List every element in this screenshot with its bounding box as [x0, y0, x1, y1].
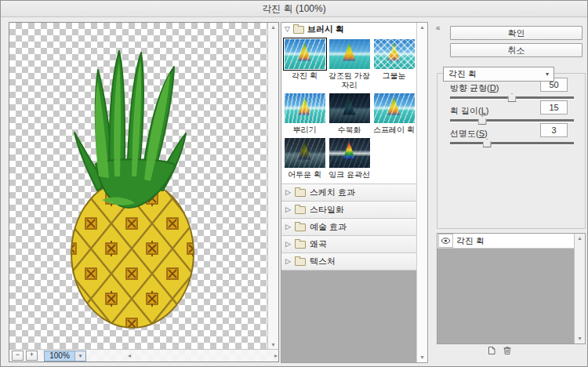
- category-sketch[interactable]: ▷ 스케치 효과: [281, 184, 417, 202]
- zoom-in-button[interactable]: +: [26, 351, 38, 361]
- filter-group-header[interactable]: ▽ 브러시 획: [281, 23, 417, 36]
- filter-label: 각진 획: [292, 71, 318, 81]
- filter-thumbnail[interactable]: [285, 93, 325, 123]
- effect-layers-panel: 각진 획 ▴ ▾: [437, 233, 586, 344]
- filter-thumbnail[interactable]: [329, 39, 370, 69]
- category-label: 왜곡: [310, 238, 327, 250]
- stroke-length-value[interactable]: 15: [540, 100, 568, 114]
- category-stylize[interactable]: ▷ 스타일화: [281, 202, 417, 219]
- filter-gallery-dialog: 각진 획 (100%): [0, 0, 588, 367]
- filter-thumbnail[interactable]: [374, 93, 415, 123]
- zoom-level-value: 100%: [45, 351, 74, 360]
- effect-layer-label: 각진 획: [456, 235, 485, 247]
- filter-gallery-list: ▽ 브러시 획 각진 획 강조된 가장자리 그물눈: [281, 22, 428, 363]
- folder-icon: [295, 258, 306, 266]
- cancel-button-label: 취소: [508, 45, 525, 56]
- pineapple-image: [9, 23, 278, 362]
- filter-label: 강조된 가장자리: [328, 71, 372, 90]
- cancel-button[interactable]: 취소: [450, 43, 583, 57]
- filter-label: 그물눈: [383, 71, 406, 81]
- filter-thumbnail[interactable]: [329, 138, 370, 168]
- preview-vertical-scrollbar[interactable]: ▴ ▾: [267, 23, 278, 350]
- filter-item-sprayed-strokes[interactable]: 스프레이 획: [372, 92, 416, 135]
- slider-label: 획 길이(L): [450, 106, 489, 115]
- new-effect-layer-icon[interactable]: [487, 346, 496, 355]
- filter-item-crosshatch[interactable]: 그물눈: [372, 38, 416, 90]
- category-distort[interactable]: ▷ 왜곡: [281, 236, 417, 253]
- category-texture[interactable]: ▷ 텍스처: [281, 253, 417, 271]
- scroll-down-icon[interactable]: ▾: [577, 334, 582, 343]
- filter-item-angled-strokes[interactable]: 각진 획: [282, 38, 327, 90]
- expand-triangle-icon[interactable]: ▷: [285, 206, 291, 213]
- filter-item-accented-edges[interactable]: 강조된 가장자리: [327, 38, 372, 90]
- filter-label: 스프레이 획: [373, 125, 415, 135]
- chevron-down-icon: ▾: [541, 71, 554, 78]
- expand-triangle-icon[interactable]: ▷: [285, 189, 291, 196]
- filter-label: 잉크 윤곽선: [328, 170, 370, 180]
- scroll-up-icon[interactable]: ▴: [577, 234, 582, 243]
- scroll-up-icon[interactable]: ▴: [419, 23, 424, 32]
- collapse-pane-icon[interactable]: «: [436, 24, 441, 32]
- slider-label: 방향 균형(D): [450, 83, 499, 93]
- sharpness-value[interactable]: 3: [540, 123, 568, 137]
- folder-icon: [295, 206, 306, 214]
- expand-triangle-icon[interactable]: ▷: [285, 241, 291, 248]
- filter-item-ink-outlines[interactable]: 잉크 윤곽선: [327, 136, 372, 180]
- direction-balance-slider[interactable]: [450, 96, 574, 100]
- scroll-up-icon[interactable]: ▴: [270, 23, 275, 32]
- folder-icon: [295, 189, 306, 197]
- category-label: 텍스처: [310, 256, 336, 267]
- category-label: 스케치 효과: [310, 187, 355, 198]
- expand-triangle-icon[interactable]: ▷: [285, 258, 291, 265]
- zoom-level-select[interactable]: 100% ▾: [44, 351, 86, 362]
- ok-button[interactable]: 확인: [450, 26, 583, 40]
- filter-list-scrollbar[interactable]: ▴ ▾: [416, 23, 427, 362]
- preview-canvas[interactable]: ▴ ▾ − + 100% ▾ ◂ ▸: [9, 22, 279, 362]
- title-bar[interactable]: 각진 획 (100%): [1, 1, 587, 17]
- preview-horizontal-scrollbar[interactable]: ◂ ▸: [127, 351, 278, 361]
- folder-icon: [295, 241, 306, 249]
- filter-select-dropdown[interactable]: 각진 획 ▾: [443, 67, 554, 82]
- filter-group-name: 브러시 획: [307, 24, 344, 35]
- filter-label: 뿌리기: [293, 125, 317, 135]
- filter-label: 어두운 획: [288, 170, 321, 180]
- zoom-out-button[interactable]: −: [12, 351, 24, 361]
- filter-thumbnail[interactable]: [329, 93, 370, 123]
- sharpness-slider[interactable]: [450, 142, 574, 145]
- filter-thumbnail[interactable]: [285, 138, 325, 168]
- preview-bottom-bar: − + 100% ▾ ◂ ▸: [9, 349, 278, 362]
- scroll-left-icon[interactable]: ◂: [127, 351, 132, 361]
- filter-item-sumi-e[interactable]: 수묵화: [327, 92, 372, 135]
- slider-label: 선명도(S): [450, 129, 488, 138]
- scroll-right-icon[interactable]: ▸: [274, 351, 278, 361]
- filter-select-value: 각진 획: [444, 68, 541, 80]
- folder-icon: [295, 223, 306, 231]
- collapse-triangle-icon[interactable]: ▽: [285, 26, 290, 33]
- filter-label: 수묵화: [338, 125, 361, 135]
- filter-item-dark-strokes[interactable]: 어두운 획: [282, 136, 327, 180]
- list-empty-area: [281, 271, 417, 362]
- chevron-down-icon: ▾: [74, 351, 85, 361]
- stroke-length-slider[interactable]: [450, 119, 574, 122]
- filter-item-spatter[interactable]: 뿌리기: [282, 92, 327, 135]
- filter-category-list: ▷ 스케치 효과 ▷ 스타일화 ▷ 예술 효과 ▷ 왜곡: [281, 184, 417, 271]
- dialog-title: 각진 획 (100%): [262, 2, 325, 16]
- delete-effect-layer-icon[interactable]: [503, 346, 512, 355]
- layers-scrollbar[interactable]: ▴ ▾: [574, 234, 585, 343]
- category-label: 예술 효과: [310, 221, 347, 233]
- category-artistic[interactable]: ▷ 예술 효과: [281, 219, 417, 236]
- filter-thumbnail[interactable]: [285, 39, 325, 69]
- folder-icon: [293, 26, 304, 34]
- filter-thumbnail-grid: 각진 획 강조된 가장자리 그물눈 뿌리기 수묵화: [281, 36, 417, 181]
- expand-triangle-icon[interactable]: ▷: [285, 223, 291, 231]
- visibility-eye-icon[interactable]: [438, 234, 453, 248]
- scroll-down-icon[interactable]: ▾: [419, 353, 424, 362]
- filter-thumbnail[interactable]: [374, 39, 415, 69]
- ok-button-label: 확인: [508, 27, 525, 39]
- effect-layer-row[interactable]: 각진 획: [437, 234, 575, 249]
- category-label: 스타일화: [310, 204, 344, 216]
